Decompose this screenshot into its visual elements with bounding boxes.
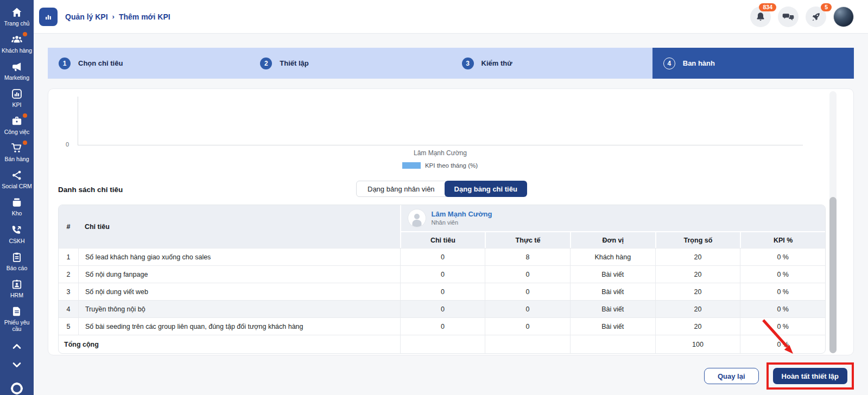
cell-target: 0	[400, 317, 485, 335]
sidebar-item-marketing[interactable]: Marketing	[0, 61, 34, 81]
step-label: Kiểm thử	[481, 59, 512, 67]
employee-avatar	[408, 209, 426, 227]
step-label: Thiết lập	[280, 59, 308, 67]
page-content: 1 Chọn chỉ tiêu 2 Thiết lập 3 Kiểm thử 4…	[34, 34, 868, 395]
scrollbar-thumb[interactable]	[829, 197, 837, 353]
notifications-button[interactable]: 834	[750, 7, 771, 27]
sidebar-item-bao-cao[interactable]: Báo cáo	[0, 251, 34, 271]
wizard-actions: Quay lại Hoàn tất thiết lập	[48, 362, 854, 390]
topbar-actions: 834 5	[750, 7, 854, 27]
cell-name: Số lead khách hàng giao xuống cho sales	[78, 248, 400, 265]
sidebar-item-hrm[interactable]: HRM	[0, 278, 34, 298]
launcher-button[interactable]: 5	[806, 7, 826, 27]
sidebar-item-label: Bán hàng	[4, 156, 30, 162]
messages-button[interactable]	[778, 7, 799, 27]
cell-actual: 8	[485, 248, 570, 265]
step-chon-chi-tieu[interactable]: 1 Chọn chỉ tiêu	[48, 48, 249, 79]
table-row: 4 Truyền thông nội bộ 0 0 Bài viết 20 0 …	[59, 300, 825, 317]
step-ban-hanh[interactable]: 4 Ban hành	[652, 48, 854, 79]
chart-x-category-label: Lâm Mạnh Cường	[78, 149, 803, 157]
cell-kpi: 0 %	[740, 248, 825, 265]
toggle-kpi-view-button[interactable]: Dạng bảng chỉ tiêu	[445, 181, 527, 197]
notification-dot	[23, 32, 27, 36]
employee-role: Nhân viên	[432, 219, 492, 226]
step-number: 3	[462, 58, 474, 69]
sidebar-item-kho[interactable]: Kho	[0, 196, 34, 216]
sidebar-item-cong-viec[interactable]: Công việc	[0, 115, 34, 135]
finish-setup-button[interactable]: Hoàn tất thiết lập	[773, 368, 847, 384]
chat-bubbles-icon	[782, 11, 794, 22]
cell-name: Truyền thông nội bộ	[78, 300, 400, 317]
cell-unit: Bài viết	[570, 317, 655, 335]
kpi-module-icon[interactable]	[39, 8, 58, 26]
cell-unit: Bài viết	[570, 265, 655, 283]
id-badge-icon	[11, 278, 23, 290]
sidebar-item-kpi[interactable]: KPI	[0, 88, 34, 108]
cell-kpi: 0 %	[740, 300, 825, 317]
sidebar-item-label: Phiếu yêu cầu	[0, 319, 34, 332]
step-label: Ban hành	[683, 59, 715, 67]
cell-num: 2	[59, 265, 78, 283]
notification-count-badge: 834	[759, 3, 776, 12]
step-thiet-lap[interactable]: 2 Thiết lập	[249, 48, 451, 79]
back-button[interactable]: Quay lại	[704, 368, 759, 384]
chart-legend: KPI theo tháng (%)	[58, 162, 822, 169]
cell-unit: Bài viết	[570, 300, 655, 317]
table-row: 1 Số lead khách hàng giao xuống cho sale…	[59, 248, 825, 265]
step-number: 4	[663, 58, 675, 69]
wizard-stepper: 1 Chọn chỉ tiêu 2 Thiết lập 3 Kiểm thử 4…	[48, 48, 854, 79]
warehouse-icon	[11, 196, 23, 208]
sidebar-scroll-down-icon[interactable]	[11, 361, 22, 371]
cell-name: Số bài seeding trên các group liên quan,…	[78, 317, 400, 335]
home-icon	[11, 7, 23, 18]
sidebar-scroll-up-icon[interactable]	[11, 342, 22, 352]
breadcrumb-separator: ›	[112, 12, 115, 21]
sidebar-item-khach-hang[interactable]: Khách hàng	[0, 34, 34, 54]
sidebar-item-label: HRM	[10, 292, 24, 298]
megaphone-icon	[11, 61, 23, 73]
col-header-unit: Đơn vị	[570, 231, 655, 248]
sidebar-item-trang-chu[interactable]: Trang chủ	[0, 7, 34, 27]
sidebar-item-label: Social CRM	[1, 183, 32, 189]
table-row: 3 Số nội dung viết web 0 0 Bài viết 20 0…	[59, 283, 825, 300]
cell-kpi: 0 %	[740, 283, 825, 300]
legend-swatch	[402, 162, 421, 169]
sidebar-item-label: Khách hàng	[1, 47, 33, 54]
cell-actual: 0	[485, 265, 570, 283]
sidebar-item-phieu-yeu-cau[interactable]: Phiếu yêu cầu	[0, 305, 34, 332]
sidebar-item-label: KPI	[12, 101, 22, 108]
rocket-icon	[810, 11, 821, 22]
sidebar-item-label: CSKH	[8, 238, 25, 244]
cell-target: 0	[400, 248, 485, 265]
sidebar-item-ban-hang[interactable]: Bán hàng	[0, 142, 34, 162]
sidebar: Trang chủ Khách hàng Marketing KPI Công …	[0, 0, 34, 395]
chart-y-axis	[78, 97, 78, 145]
cell-num: 3	[59, 283, 78, 300]
share-icon	[11, 169, 23, 181]
col-header-kpi: KPI %	[740, 231, 825, 248]
footer-total-label: Tổng cộng	[59, 335, 400, 353]
chart-x-axis	[78, 145, 803, 145]
sidebar-item-social-crm[interactable]: Social CRM	[0, 169, 34, 189]
cell-weight: 20	[655, 283, 740, 300]
table-section-header: Danh sách chỉ tiêu Dạng bảng nhân viên D…	[58, 181, 838, 198]
cell-target: 0	[400, 300, 485, 317]
table-row: 2 Số nội dung fanpage 0 0 Bài viết 20 0 …	[59, 265, 825, 283]
breadcrumb: Quản lý KPI › Thêm mới KPI	[65, 12, 170, 21]
col-header-actual: Thực tế	[485, 231, 570, 248]
cell-actual: 0	[485, 317, 570, 335]
support-lifebuoy-icon[interactable]	[10, 381, 24, 395]
breadcrumb-section[interactable]: Quản lý KPI	[65, 12, 108, 21]
employee-name-link[interactable]: Lâm Mạnh Cường	[432, 210, 492, 219]
sidebar-item-cskh[interactable]: CSKH	[0, 224, 34, 244]
cell-actual: 0	[485, 283, 570, 300]
clipboard-icon	[11, 251, 23, 263]
toggle-employee-view-button[interactable]: Dạng bảng nhân viên	[356, 181, 446, 197]
kpi-bar-chart: 0 Lâm Mạnh Cường KPI theo tháng (%)	[58, 93, 838, 174]
step-kiem-thu[interactable]: 3 Kiểm thử	[451, 48, 652, 79]
col-header-weight: Trọng số	[655, 231, 740, 248]
sidebar-item-label: Công việc	[4, 129, 30, 135]
cell-num: 5	[59, 317, 78, 335]
user-avatar[interactable]	[833, 7, 854, 27]
footer-empty	[400, 335, 485, 353]
